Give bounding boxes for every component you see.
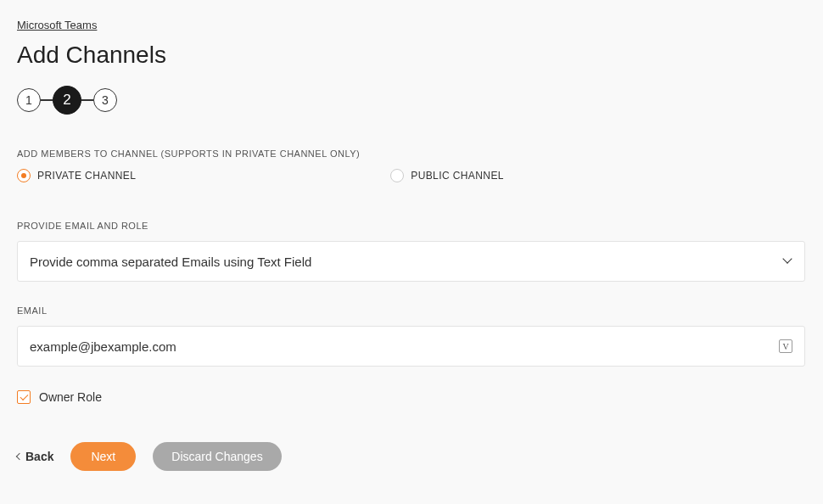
checkmark-icon bbox=[20, 392, 28, 400]
email-input-wrapper: V bbox=[17, 326, 805, 367]
page-title: Add Channels bbox=[17, 42, 806, 69]
step-connector bbox=[41, 99, 53, 101]
owner-role-label: Owner Role bbox=[39, 390, 102, 404]
public-channel-radio[interactable]: PUBLIC CHANNEL bbox=[390, 169, 504, 182]
step-2[interactable]: 2 bbox=[53, 86, 81, 115]
input-badge-icon: V bbox=[779, 339, 792, 353]
chevron-left-icon bbox=[16, 453, 23, 460]
button-row: Back Next Discard Changes bbox=[17, 442, 806, 471]
email-role-select[interactable]: Provide comma separated Emails using Tex… bbox=[17, 241, 805, 282]
channel-type-radio-group: PRIVATE CHANNEL PUBLIC CHANNEL bbox=[17, 169, 806, 182]
members-section-label: ADD MEMBERS TO CHANNEL (SUPPORTS IN PRIV… bbox=[17, 148, 806, 159]
radio-icon bbox=[17, 169, 31, 182]
radio-icon bbox=[390, 169, 404, 182]
breadcrumb-link[interactable]: Microsoft Teams bbox=[17, 19, 97, 31]
discard-button[interactable]: Discard Changes bbox=[153, 442, 281, 471]
email-role-label: PROVIDE EMAIL AND ROLE bbox=[17, 221, 806, 231]
email-input[interactable] bbox=[30, 339, 772, 354]
step-connector bbox=[81, 99, 93, 101]
owner-role-checkbox[interactable] bbox=[17, 390, 31, 404]
step-1[interactable]: 1 bbox=[17, 88, 41, 112]
next-button[interactable]: Next bbox=[70, 442, 136, 471]
chevron-down-icon bbox=[784, 257, 792, 266]
step-3[interactable]: 3 bbox=[93, 88, 117, 112]
private-channel-label: PRIVATE CHANNEL bbox=[37, 170, 136, 182]
back-label: Back bbox=[25, 450, 53, 463]
public-channel-label: PUBLIC CHANNEL bbox=[411, 170, 504, 182]
private-channel-radio[interactable]: PRIVATE CHANNEL bbox=[17, 169, 136, 182]
email-role-select-value: Provide comma separated Emails using Tex… bbox=[30, 255, 311, 269]
back-button[interactable]: Back bbox=[17, 450, 53, 463]
email-field-label: EMAIL bbox=[17, 305, 806, 316]
stepper: 1 2 3 bbox=[17, 86, 806, 115]
